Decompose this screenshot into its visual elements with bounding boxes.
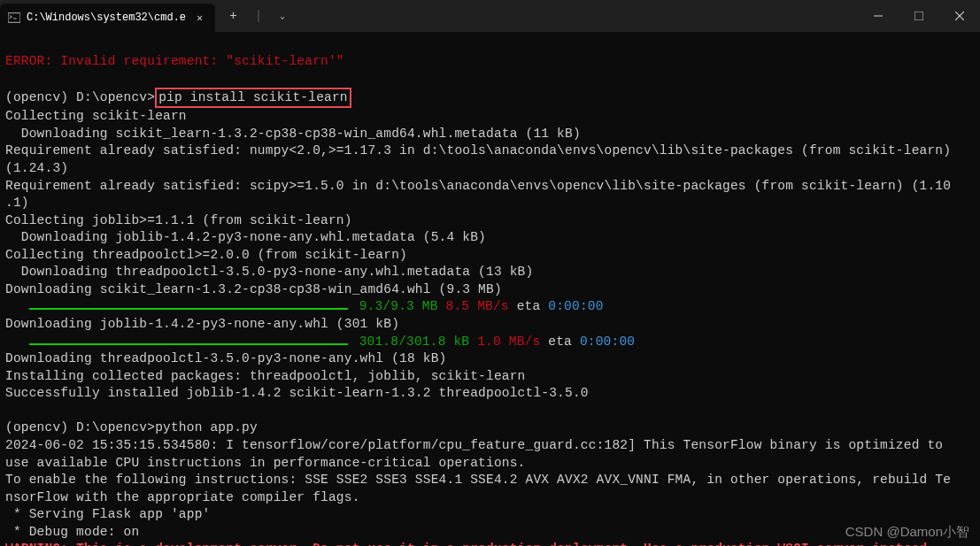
maximize-button[interactable] bbox=[899, 0, 939, 32]
cmd-icon bbox=[7, 11, 21, 25]
close-window-button[interactable] bbox=[939, 0, 980, 32]
command-text: python app.py bbox=[155, 420, 258, 434]
command-text: pip install scikit-learn bbox=[158, 90, 348, 104]
output-line: * Serving Flask app 'app' bbox=[5, 507, 210, 521]
svg-rect-3 bbox=[914, 12, 923, 20]
output-line: Downloading scikit_learn-1.3.2-cp38-cp38… bbox=[5, 282, 502, 296]
output-line: Successfully installed joblib-1.4.2 scik… bbox=[5, 386, 589, 400]
eta-value: 0:00:00 bbox=[580, 335, 635, 349]
output-line: To enable the following instructions: SS… bbox=[5, 473, 951, 487]
output-line: .1) bbox=[5, 196, 29, 210]
output-line: nsorFlow with the appropriate compiler f… bbox=[5, 490, 360, 504]
minimize-button[interactable] bbox=[858, 0, 899, 32]
watermark: CSDN @Damon小智 bbox=[845, 524, 969, 541]
progress-speed: 1.0 MB/s bbox=[477, 335, 540, 349]
terminal-output[interactable]: ERROR: Invalid requirement: "scikit-lear… bbox=[0, 32, 980, 546]
output-line: Collecting threadpoolctl>=2.0.0 (from sc… bbox=[5, 248, 407, 262]
active-tab[interactable]: C:\Windows\system32\cmd.e ✕ bbox=[0, 4, 215, 32]
output-line: Downloading scikit_learn-1.3.2-cp38-cp38… bbox=[5, 127, 581, 141]
eta-label: eta bbox=[548, 335, 572, 349]
close-tab-button[interactable]: ✕ bbox=[191, 10, 208, 27]
output-line: Downloading joblib-1.4.2-py3-none-any.wh… bbox=[5, 230, 486, 244]
progress-size: 9.3/9.3 MB bbox=[359, 299, 438, 313]
error-line: ERROR: Invalid requirement: "scikit-lear… bbox=[5, 54, 344, 68]
output-line: Collecting joblib>=1.1.1 (from scikit-le… bbox=[5, 213, 352, 227]
output-line: Installing collected packages: threadpoo… bbox=[5, 369, 526, 383]
warning-text: This is a development server. Do not use… bbox=[76, 542, 935, 546]
output-line: Requirement already satisfied: numpy<2.0… bbox=[5, 143, 951, 158]
output-line: * Debug mode: on bbox=[5, 525, 139, 539]
progress-bar bbox=[29, 343, 348, 345]
tab-dropdown-button[interactable]: ⌄ bbox=[273, 7, 292, 25]
tab-title: C:\Windows\system32\cmd.e bbox=[27, 12, 186, 24]
output-line: Downloading joblib-1.4.2-py3-none-any.wh… bbox=[5, 317, 399, 331]
tab-divider: | bbox=[248, 5, 269, 27]
output-line: use available CPU instructions in perfor… bbox=[5, 456, 526, 470]
progress-speed: 8.5 MB/s bbox=[446, 299, 509, 313]
warning-prefix: WARNING: bbox=[5, 542, 76, 546]
progress-bar bbox=[29, 308, 348, 310]
highlighted-command: pip install scikit-learn bbox=[155, 88, 351, 109]
svg-rect-0 bbox=[8, 13, 20, 23]
output-line: Downloading threadpoolctl-3.5.0-py3-none… bbox=[5, 265, 533, 279]
progress-size: 301.8/301.8 kB bbox=[359, 335, 470, 349]
output-line: Requirement already satisfied: scipy>=1.… bbox=[5, 179, 951, 193]
titlebar: C:\Windows\system32\cmd.e ✕ + | ⌄ bbox=[0, 0, 980, 32]
output-line: 2024-06-02 15:35:15.534580: I tensorflow… bbox=[5, 438, 943, 452]
output-line: (1.24.3) bbox=[5, 161, 68, 175]
eta-value: 0:00:00 bbox=[548, 299, 603, 313]
new-tab-button[interactable]: + bbox=[222, 5, 243, 27]
output-line: Downloading threadpoolctl-3.5.0-py3-none… bbox=[5, 351, 446, 365]
eta-label: eta bbox=[517, 299, 541, 313]
prompt: (opencv) D:\opencv> bbox=[5, 420, 155, 434]
output-line: Collecting scikit-learn bbox=[5, 109, 187, 123]
tab-controls: + | ⌄ bbox=[222, 5, 292, 27]
prompt: (opencv) D:\opencv> bbox=[5, 90, 155, 104]
window-controls bbox=[858, 0, 980, 32]
